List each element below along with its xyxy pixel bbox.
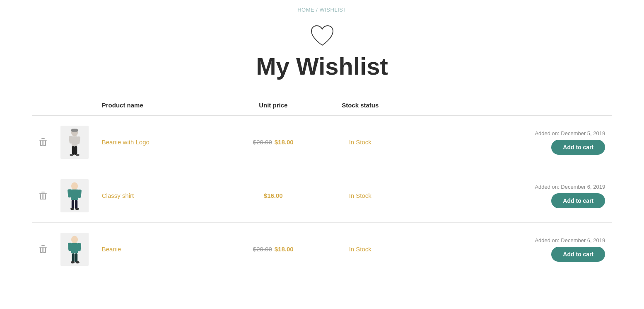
remove-button[interactable] bbox=[39, 245, 47, 254]
added-date: Added on: December 6, 2019 bbox=[535, 184, 605, 190]
svg-rect-0 bbox=[39, 140, 47, 141]
price-cell: $16.00 bbox=[228, 169, 319, 223]
page-title: My Wishlist bbox=[256, 52, 388, 80]
table-row: Beanie $20.00$18.00 In Stock Added on: D… bbox=[32, 223, 612, 276]
stock-cell: In Stock bbox=[319, 223, 402, 276]
table-header-row: Product name Unit price Stock status bbox=[32, 97, 612, 116]
remove-cell bbox=[32, 116, 54, 169]
stock-status: In Stock bbox=[349, 246, 371, 253]
svg-rect-32 bbox=[41, 245, 45, 246]
price-cell: $20.00$18.00 bbox=[228, 223, 319, 276]
svg-point-30 bbox=[75, 208, 79, 210]
remove-button[interactable] bbox=[39, 138, 47, 147]
product-name-link[interactable]: Classy shirt bbox=[102, 192, 134, 199]
svg-rect-8 bbox=[71, 129, 78, 132]
original-price: $20.00 bbox=[253, 139, 272, 146]
sale-price: $18.00 bbox=[275, 246, 294, 253]
action-cell: Added on: December 6, 2019 Add to cart bbox=[402, 169, 612, 223]
breadcrumb-current: WISHLIST bbox=[319, 7, 346, 13]
remove-button[interactable] bbox=[39, 191, 47, 200]
svg-rect-20 bbox=[40, 199, 46, 200]
svg-rect-4 bbox=[40, 145, 46, 146]
svg-point-23 bbox=[71, 182, 78, 190]
svg-rect-22 bbox=[43, 194, 44, 200]
breadcrumb-home[interactable]: HOME bbox=[297, 7, 314, 13]
stock-status: In Stock bbox=[349, 139, 371, 146]
svg-point-29 bbox=[70, 208, 74, 210]
heart-icon bbox=[310, 24, 335, 47]
product-name-cell: Beanie with Logo bbox=[95, 116, 228, 169]
svg-rect-37 bbox=[43, 248, 44, 253]
svg-point-14 bbox=[70, 154, 73, 156]
classy-shirt-product-image bbox=[60, 179, 89, 212]
col-header-image bbox=[54, 97, 95, 116]
svg-rect-42 bbox=[72, 253, 74, 263]
svg-rect-41 bbox=[77, 243, 81, 252]
svg-rect-25 bbox=[68, 189, 72, 198]
product-name-link[interactable]: Beanie with Logo bbox=[102, 139, 150, 146]
col-header-product-name: Product name bbox=[95, 97, 228, 116]
trash-icon bbox=[39, 138, 47, 147]
svg-rect-40 bbox=[68, 243, 72, 251]
svg-rect-35 bbox=[40, 252, 46, 253]
svg-rect-6 bbox=[43, 141, 44, 146]
page-header: My Wishlist bbox=[0, 16, 644, 97]
svg-rect-24 bbox=[71, 190, 78, 200]
svg-rect-21 bbox=[42, 194, 43, 200]
add-to-cart-button[interactable]: Add to cart bbox=[551, 193, 605, 208]
svg-rect-39 bbox=[71, 243, 78, 253]
product-image-cell bbox=[54, 169, 95, 223]
svg-rect-26 bbox=[77, 190, 82, 198]
svg-rect-17 bbox=[41, 192, 45, 192]
action-container: Added on: December 6, 2019 Add to cart bbox=[408, 184, 605, 208]
action-container: Added on: December 5, 2019 Add to cart bbox=[408, 130, 605, 155]
beanie-with-logo-product-image bbox=[60, 126, 89, 159]
product-image-cell bbox=[54, 223, 95, 276]
price-cell: $20.00$18.00 bbox=[228, 116, 319, 169]
trash-icon bbox=[39, 245, 47, 254]
trash-icon bbox=[39, 191, 47, 200]
product-image-cell bbox=[54, 116, 95, 169]
wishlist-table: Product name Unit price Stock status bbox=[32, 97, 612, 276]
add-to-cart-button[interactable]: Add to cart bbox=[551, 247, 605, 262]
table-row: Beanie with Logo $20.00$18.00 In Stock A… bbox=[32, 116, 612, 169]
stock-status: In Stock bbox=[349, 192, 371, 199]
added-date: Added on: December 6, 2019 bbox=[535, 237, 605, 243]
svg-rect-16 bbox=[39, 193, 47, 194]
svg-point-45 bbox=[75, 261, 79, 263]
svg-rect-31 bbox=[39, 247, 47, 248]
beanie-product-image bbox=[60, 233, 89, 266]
col-header-action bbox=[402, 97, 612, 116]
product-name-link[interactable]: Beanie bbox=[102, 246, 121, 253]
svg-point-15 bbox=[75, 154, 79, 156]
regular-price: $16.00 bbox=[264, 192, 283, 199]
svg-rect-36 bbox=[42, 248, 43, 253]
breadcrumb: HOME / WISHLIST bbox=[0, 0, 644, 16]
action-cell: Added on: December 6, 2019 Add to cart bbox=[402, 223, 612, 276]
breadcrumb-separator: / bbox=[314, 7, 319, 13]
svg-rect-27 bbox=[72, 200, 74, 209]
svg-rect-5 bbox=[42, 141, 43, 146]
remove-cell bbox=[32, 169, 54, 223]
stock-cell: In Stock bbox=[319, 169, 402, 223]
svg-rect-43 bbox=[75, 253, 77, 263]
added-date: Added on: December 5, 2019 bbox=[535, 130, 605, 136]
product-name-cell: Beanie bbox=[95, 223, 228, 276]
svg-rect-28 bbox=[75, 200, 77, 209]
table-row: Classy shirt $16.00 In Stock Added on: D… bbox=[32, 169, 612, 223]
svg-rect-13 bbox=[75, 146, 77, 155]
col-header-stock-status: Stock status bbox=[319, 97, 402, 116]
action-cell: Added on: December 5, 2019 Add to cart bbox=[402, 116, 612, 169]
action-container: Added on: December 6, 2019 Add to cart bbox=[408, 237, 605, 262]
product-name-cell: Classy shirt bbox=[95, 169, 228, 223]
svg-rect-1 bbox=[41, 138, 45, 139]
svg-point-38 bbox=[71, 236, 78, 243]
col-header-remove bbox=[32, 97, 54, 116]
original-price: $20.00 bbox=[253, 246, 272, 253]
stock-cell: In Stock bbox=[319, 116, 402, 169]
col-header-unit-price: Unit price bbox=[228, 97, 319, 116]
svg-point-44 bbox=[71, 261, 75, 263]
svg-rect-12 bbox=[72, 146, 74, 155]
add-to-cart-button[interactable]: Add to cart bbox=[551, 140, 605, 155]
sale-price: $18.00 bbox=[275, 139, 294, 146]
